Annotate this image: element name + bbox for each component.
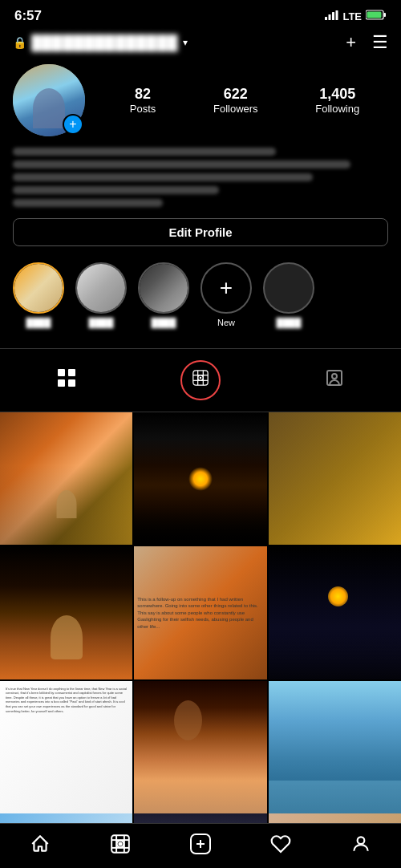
svg-point-13: [200, 377, 202, 379]
profile-top: + 82 Posts 622 Followers 1,405 Following: [13, 64, 388, 136]
status-icons: LTE: [325, 10, 387, 22]
profile-section: + 82 Posts 622 Followers 1,405 Following…: [0, 58, 401, 348]
post-thumb-4: [0, 546, 132, 679]
grid-tab-icon: [57, 368, 76, 392]
bottom-nav: [0, 823, 401, 868]
highlight-label-1: ████: [26, 318, 51, 327]
svg-point-30: [358, 837, 365, 844]
add-highlight-button[interactable]: +: [200, 262, 252, 314]
tagged-tab-icon: [325, 368, 344, 392]
posts-stat: 82 Posts: [130, 86, 156, 115]
nav-activity[interactable]: [241, 824, 321, 868]
highlight-new-label: New: [217, 318, 235, 327]
following-label: Following: [315, 103, 359, 115]
bio-line-5: [13, 199, 163, 207]
svg-point-19: [332, 374, 337, 379]
followers-label: Followers: [213, 103, 258, 115]
svg-rect-6: [367, 12, 382, 18]
post-cell-8[interactable]: [134, 681, 266, 813]
post-cell-6[interactable]: [269, 546, 401, 679]
highlight-circle-4[interactable]: [263, 262, 314, 314]
highlights-row: ████ ████ ████ + New ████: [13, 259, 388, 339]
svg-rect-2: [332, 12, 334, 20]
add-nav-icon: [189, 833, 212, 860]
reels-nav-icon: [110, 834, 131, 859]
highlight-label-4: ████: [276, 318, 301, 327]
reels-tab-circle: [180, 360, 221, 400]
svg-rect-0: [325, 17, 327, 20]
home-icon: [30, 834, 51, 859]
dropdown-icon[interactable]: ▾: [183, 37, 188, 48]
lock-icon: 🔒: [13, 36, 26, 49]
edit-profile-button[interactable]: Edit Profile: [13, 218, 388, 246]
status-time: 6:57: [14, 8, 42, 24]
add-content-button[interactable]: +: [346, 34, 356, 51]
svg-rect-9: [58, 379, 65, 387]
post-thumb-1: [0, 412, 132, 545]
sun-decoration: [188, 467, 213, 491]
post-cell-3[interactable]: [269, 412, 401, 545]
bio-line-3: [13, 173, 313, 181]
avatar-wrapper: +: [13, 64, 85, 136]
svg-point-22: [119, 842, 121, 845]
svg-rect-8: [68, 369, 75, 376]
following-count: 1,405: [315, 86, 359, 103]
bio-line-2: [13, 160, 350, 168]
svg-rect-1: [329, 14, 331, 20]
post-thumb-6: [269, 546, 401, 679]
post-cell-5[interactable]: This is a follow-up on something that I …: [134, 546, 266, 679]
post-thumb-2: [134, 412, 266, 545]
username-display: ██████████████: [31, 34, 178, 51]
add-to-story-button[interactable]: +: [63, 114, 83, 135]
svg-rect-10: [68, 379, 75, 387]
stats-row: 82 Posts 622 Followers 1,405 Following: [101, 86, 388, 115]
tab-bar: [0, 348, 401, 412]
highlight-label-3: ████: [151, 318, 176, 327]
following-stat[interactable]: 1,405 Following: [315, 86, 359, 115]
reels-tab-wrapper: [180, 360, 221, 400]
highlight-circle-3[interactable]: [138, 262, 189, 314]
highlight-label-2: ████: [88, 318, 113, 327]
posts-count: 82: [130, 86, 156, 103]
post-cell-4[interactable]: [0, 546, 132, 679]
bio-line-1: [13, 148, 276, 156]
highlight-item-4[interactable]: ████: [263, 262, 314, 327]
svg-rect-5: [384, 13, 387, 17]
svg-rect-7: [58, 369, 65, 376]
nav-profile[interactable]: [321, 824, 401, 868]
highlight-item-add[interactable]: + New: [200, 262, 252, 327]
top-nav: 🔒 ██████████████ ▾ + ☰: [0, 29, 401, 58]
menu-button[interactable]: ☰: [372, 34, 388, 51]
tab-tagged[interactable]: [267, 349, 401, 412]
username-area[interactable]: 🔒 ██████████████ ▾: [13, 34, 188, 51]
post-thumb-3: [269, 412, 401, 545]
bio-section: [13, 148, 388, 207]
highlight-circle-2[interactable]: [75, 262, 127, 314]
post-cell-9[interactable]: [269, 681, 401, 813]
posts-grid: This is a follow-up on something that I …: [0, 412, 401, 813]
lte-label: LTE: [342, 10, 362, 22]
post-thumb-text-5: This is a follow-up on something that I …: [134, 593, 266, 633]
reels-tab-icon: [192, 370, 209, 391]
tab-grid[interactable]: [0, 349, 134, 412]
highlight-item-3[interactable]: ████: [138, 262, 189, 327]
nav-home[interactable]: [0, 824, 80, 868]
post-thumb-9: [269, 681, 401, 813]
post-cell-1[interactable]: [0, 412, 132, 545]
followers-stat[interactable]: 622 Followers: [213, 86, 258, 115]
highlight-item-1[interactable]: ████: [13, 262, 64, 327]
post-cell-2[interactable]: [134, 412, 266, 545]
nav-reels[interactable]: [80, 824, 160, 868]
highlight-item-2[interactable]: ████: [75, 262, 127, 327]
bio-line-4: [13, 186, 219, 194]
tab-reels[interactable]: [134, 349, 268, 412]
post-thumb-text-7: It's true that New Year doesn't do anyth…: [2, 683, 130, 717]
posts-label: Posts: [130, 103, 156, 115]
nav-add[interactable]: [160, 824, 241, 868]
highlight-circle-1[interactable]: [13, 262, 64, 314]
followers-count: 622: [213, 86, 258, 103]
signal-icon: [325, 10, 338, 22]
status-bar: 6:57 LTE: [0, 0, 401, 29]
post-cell-7[interactable]: It's true that New Year doesn't do anyth…: [0, 681, 132, 813]
post-thumb-8: [134, 681, 266, 813]
